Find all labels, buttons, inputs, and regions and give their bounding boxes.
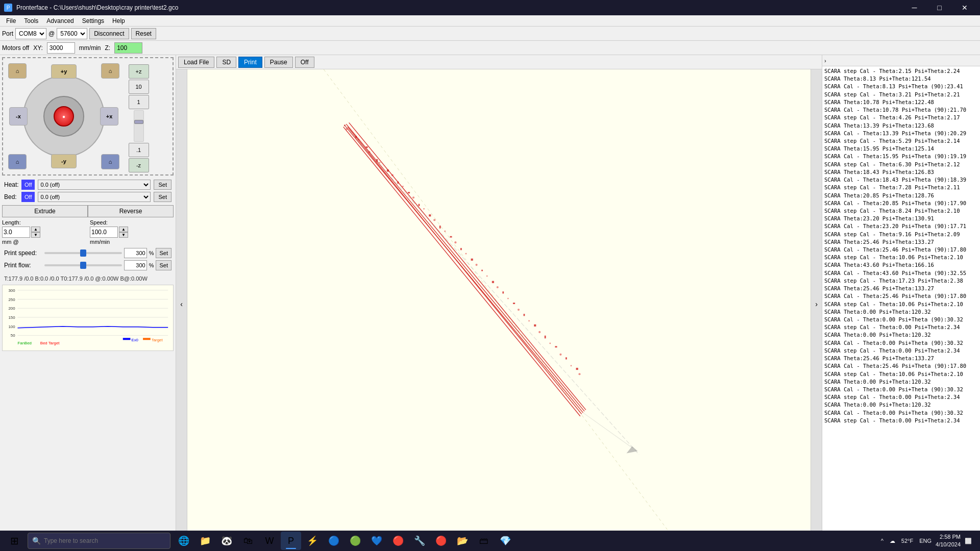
heat-off-button[interactable]: Off xyxy=(21,180,35,190)
reset-button[interactable]: Reset xyxy=(131,28,156,39)
length-input[interactable] xyxy=(2,227,30,238)
log-content[interactable]: SCARA step Cal - Theta:2.15 Psi+Theta:2.… xyxy=(822,66,980,537)
print-flow-slider[interactable] xyxy=(44,264,122,266)
taskbar-time[interactable]: 2:58 PM 4/10/2024 xyxy=(936,533,961,549)
svg-point-49 xyxy=(358,139,360,140)
heat-value-select[interactable]: 0.0 (off) xyxy=(38,180,151,190)
log-line: SCARA step Cal - Theta:6.30 Psi+Theta:2.… xyxy=(824,161,978,168)
taskbar-app-word[interactable]: W xyxy=(259,532,280,550)
bed-set-button[interactable]: Set xyxy=(154,192,172,202)
nav-right-button[interactable]: › xyxy=(811,69,822,539)
pause-button[interactable]: Pause xyxy=(264,57,293,68)
taskbar-app-app1[interactable]: 🔧 xyxy=(409,532,430,550)
z-minus-button[interactable]: -z xyxy=(129,158,149,172)
print-flow-input[interactable] xyxy=(124,260,147,270)
log-line: SCARA step Cal - Theta:2.15 Psi+Theta:2.… xyxy=(824,67,978,75)
minimize-button[interactable]: ─ xyxy=(903,0,926,15)
svg-point-61 xyxy=(486,276,488,277)
off-button[interactable]: Off xyxy=(295,57,314,68)
log-line: SCARA Cal - Theta:10.78 Psi+Theta (90):2… xyxy=(824,106,978,114)
taskbar-app-dbms[interactable]: 🗃 xyxy=(474,532,494,550)
taskbar-app-panda[interactable]: 🐼 xyxy=(216,532,237,550)
length-step-up[interactable]: ▲ xyxy=(31,227,40,232)
xy-input[interactable] xyxy=(47,42,75,54)
svg-point-54 xyxy=(412,196,414,198)
jog-home-tl-button[interactable]: ⌂ xyxy=(8,63,27,79)
baud-select[interactable]: 57600 xyxy=(57,28,87,39)
taskbar-chevron[interactable]: ^ xyxy=(879,538,886,544)
jog-home-tr-button[interactable]: ⌂ xyxy=(101,63,119,79)
taskbar-search[interactable]: 🔍 xyxy=(28,533,170,549)
z-step-10-button[interactable]: 10 xyxy=(129,80,149,94)
menu-file[interactable]: File xyxy=(2,16,20,26)
taskbar-app-blue[interactable]: 💎 xyxy=(495,532,516,550)
taskbar-app-pronterface[interactable]: P xyxy=(281,532,301,550)
svg-point-55 xyxy=(423,208,425,210)
taskbar-app-folder[interactable]: 📂 xyxy=(452,532,473,550)
print-speed-set-button[interactable]: Set xyxy=(156,248,172,258)
menu-advanced[interactable]: Advanced xyxy=(42,16,78,26)
z-step-01-button[interactable]: .1 xyxy=(129,143,149,157)
sd-button[interactable]: SD xyxy=(216,57,236,68)
taskbar-app-file[interactable]: 📁 xyxy=(195,532,215,550)
taskbar-app-ppt[interactable]: 🔴 xyxy=(388,532,408,550)
reverse-button[interactable]: Reverse xyxy=(88,205,174,217)
print-button[interactable]: Print xyxy=(238,57,262,68)
mmmin-label: mm/min xyxy=(79,44,101,52)
main-content: 10 +y -y -x +x ⌂ ⌂ ⌂ ⌂ ● xyxy=(0,55,980,551)
print-speed-row: Print speed: % Set xyxy=(4,248,172,258)
jog-x-plus-button[interactable]: +x xyxy=(100,107,118,126)
print-speed-slider[interactable] xyxy=(44,252,122,254)
nav-left-button[interactable]: ‹ xyxy=(176,69,187,539)
taskbar-notif[interactable]: ⬜ xyxy=(963,538,974,544)
speed-step-down[interactable]: ▼ xyxy=(119,232,128,238)
load-file-button[interactable]: Load File xyxy=(178,57,214,68)
log-line: SCARA step Cal - Theta:0.00 Psi+Theta:2.… xyxy=(824,393,978,401)
print-flow-label: Print flow: xyxy=(4,262,42,269)
jog-home-br-button[interactable]: ⌂ xyxy=(101,154,119,169)
start-button[interactable]: ⊞ xyxy=(2,532,27,550)
maximize-button[interactable]: □ xyxy=(928,0,951,15)
taskbar-app-red[interactable]: 🔴 xyxy=(431,532,451,550)
jog-y-minus-button[interactable]: -y xyxy=(51,154,77,168)
disconnect-button[interactable]: Disconnect xyxy=(89,28,129,39)
z-plus-button[interactable]: +z xyxy=(129,64,149,79)
taskbar-cloud[interactable]: ☁ xyxy=(888,538,897,544)
taskbar-app-chrome[interactable]: 🔵 xyxy=(324,532,344,550)
speed-step-up[interactable]: ▲ xyxy=(119,227,128,232)
port-select[interactable]: COM8 xyxy=(15,28,46,39)
jog-y-plus-button[interactable]: +y xyxy=(51,64,77,79)
svg-rect-37 xyxy=(471,259,473,261)
menu-help[interactable]: Help xyxy=(108,16,129,26)
jog-home-bl-button[interactable]: ⌂ xyxy=(8,154,27,169)
print-flow-set-button[interactable]: Set xyxy=(156,260,172,270)
length-step-down[interactable]: ▼ xyxy=(31,232,40,238)
menu-tools[interactable]: Tools xyxy=(20,16,42,26)
menu-settings[interactable]: Settings xyxy=(78,16,108,26)
jog-center-button[interactable]: ● xyxy=(54,106,74,127)
taskbar-app-green[interactable]: 🟢 xyxy=(345,532,365,550)
taskbar-lang[interactable]: ENG xyxy=(917,538,934,544)
jog-x-minus-button[interactable]: -x xyxy=(9,107,28,126)
speed-input[interactable] xyxy=(90,227,118,238)
taskbar-app-vscode[interactable]: 💙 xyxy=(366,532,387,550)
taskbar-search-input[interactable] xyxy=(44,537,166,544)
taskbar-app-edge[interactable]: 🌐 xyxy=(174,532,194,550)
print-speed-input[interactable] xyxy=(124,248,147,258)
z-input[interactable] xyxy=(114,42,142,54)
extrude-section: Extrude Reverse Length: ▲ ▼ mm @ xyxy=(0,204,176,246)
taskbar-date-value: 4/10/2024 xyxy=(936,541,961,548)
z-step-1-button[interactable]: 1 xyxy=(129,95,149,109)
bed-value-select[interactable]: 0.0 (off) xyxy=(38,192,151,202)
heat-set-button[interactable]: Set xyxy=(154,180,172,190)
taskbar-temp[interactable]: 52°F xyxy=(899,538,915,544)
extrude-button[interactable]: Extrude xyxy=(2,205,88,217)
z-slider[interactable] xyxy=(134,110,144,142)
speed-col: Speed: ▲ ▼ mm/min xyxy=(90,219,174,245)
close-button[interactable]: ✕ xyxy=(953,0,976,15)
log-line: SCARA Theta:20.85 Psi+Theta:128.76 xyxy=(824,192,978,199)
taskbar-app-arduino[interactable]: ⚡ xyxy=(302,532,323,550)
taskbar-app-store[interactable]: 🛍 xyxy=(238,532,258,550)
bed-off-button[interactable]: Off xyxy=(21,192,35,202)
speed-flow-section: Print speed: % Set Print flow: % Set xyxy=(0,246,176,274)
